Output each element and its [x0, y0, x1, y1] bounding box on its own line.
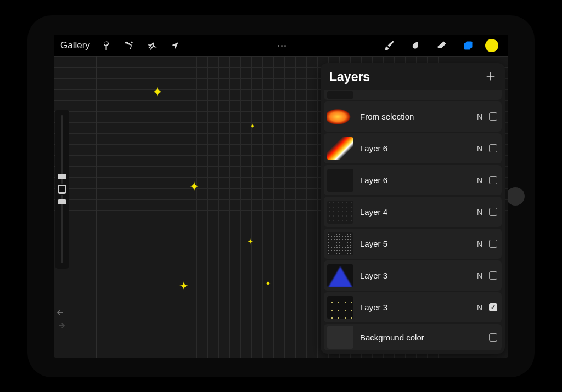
- layer-name: From selection: [360, 112, 475, 121]
- layer-name: Layer 5: [360, 239, 475, 248]
- layer-row[interactable]: Layer 3 N: [324, 292, 502, 322]
- layers-title: Layers: [329, 70, 370, 84]
- sparkle-icon: [187, 181, 201, 196]
- layers-list: From selection N Layer 6 N Layer 6 N: [321, 90, 505, 354]
- visibility-checkbox[interactable]: [489, 176, 497, 184]
- eraser-icon[interactable]: [432, 36, 451, 55]
- layer-row[interactable]: Layer 5 N: [324, 229, 502, 259]
- visibility-checkbox[interactable]: [489, 112, 497, 121]
- sparkle-icon: [249, 123, 256, 131]
- layer-name: Background color: [360, 333, 475, 342]
- layer-name: Layer 4: [360, 207, 475, 217]
- layer-thumbnail: [327, 91, 353, 99]
- layer-name: Layer 3: [360, 271, 475, 280]
- visibility-checkbox[interactable]: [489, 333, 497, 342]
- layer-thumbnail: [327, 296, 353, 319]
- blend-mode-letter[interactable]: N: [475, 303, 485, 312]
- layer-thumbnail: [327, 201, 353, 224]
- layer-row[interactable]: Layer 3 N: [324, 260, 502, 291]
- layer-thumbnail: [327, 326, 353, 349]
- visibility-checkbox[interactable]: [489, 208, 497, 216]
- top-toolbar: Gallery: [54, 35, 508, 56]
- brush-size-slider[interactable]: [61, 115, 63, 184]
- blend-mode-letter[interactable]: N: [475, 176, 485, 185]
- sparkle-icon: [246, 238, 255, 247]
- sparkle-icon: [150, 87, 165, 102]
- layer-thumbnail: [327, 105, 353, 128]
- blend-mode-letter[interactable]: N: [475, 144, 485, 153]
- modify-button[interactable]: [58, 185, 66, 194]
- redo-icon[interactable]: [56, 322, 66, 332]
- layer-row[interactable]: Layer 6 N: [324, 133, 502, 163]
- modify-menu-icon[interactable]: [274, 45, 290, 47]
- layer-row[interactable]: Layer 4 N: [324, 197, 502, 227]
- undo-icon[interactable]: [56, 309, 66, 319]
- blend-mode-letter[interactable]: N: [475, 271, 485, 280]
- color-swatch[interactable]: [485, 39, 498, 52]
- layer-row[interactable]: Layer 6 N: [324, 165, 502, 195]
- svg-point-1: [131, 42, 132, 43]
- slider-knob[interactable]: [58, 199, 66, 204]
- layer-name: Layer 6: [360, 144, 475, 153]
- sparkle-icon: [177, 281, 190, 294]
- app-screen: Gallery: [54, 35, 508, 358]
- visibility-checkbox[interactable]: [489, 271, 497, 280]
- layer-thumbnail: [327, 232, 353, 255]
- canvas-edge: [96, 56, 97, 358]
- visibility-checkbox[interactable]: [489, 303, 497, 311]
- layers-icon[interactable]: [459, 36, 477, 55]
- add-layer-icon[interactable]: [485, 71, 496, 84]
- wrench-icon[interactable]: [97, 36, 115, 55]
- blend-mode-letter[interactable]: N: [475, 240, 485, 248]
- visibility-checkbox[interactable]: [489, 240, 497, 248]
- transform-icon[interactable]: [166, 36, 184, 55]
- gallery-button[interactable]: Gallery: [60, 40, 90, 51]
- layer-row[interactable]: [324, 90, 502, 100]
- brush-icon[interactable]: [380, 36, 398, 55]
- layers-panel: Layers From selection N Layer 6: [321, 63, 505, 354]
- blend-mode-letter[interactable]: N: [475, 208, 485, 217]
- adjustments-icon[interactable]: [120, 36, 138, 55]
- layer-row-background[interactable]: Background color: [324, 324, 502, 350]
- layer-row[interactable]: From selection N: [324, 101, 502, 132]
- svg-rect-3: [466, 42, 473, 48]
- layer-name: Layer 3: [360, 303, 475, 312]
- selection-icon[interactable]: [143, 36, 161, 55]
- smudge-icon[interactable]: [406, 36, 425, 55]
- visibility-checkbox[interactable]: [489, 144, 497, 152]
- layer-thumbnail: [327, 169, 353, 192]
- layer-thumbnail: [327, 137, 353, 160]
- home-button[interactable]: [506, 187, 525, 206]
- side-slider-panel: [55, 110, 69, 269]
- tablet-frame: Gallery: [27, 15, 535, 377]
- svg-point-0: [125, 42, 126, 43]
- opacity-slider[interactable]: [61, 195, 63, 263]
- blend-mode-letter[interactable]: N: [475, 112, 485, 121]
- slider-knob[interactable]: [58, 174, 66, 179]
- layer-thumbnail: [327, 264, 353, 287]
- layer-name: Layer 6: [360, 175, 475, 185]
- sparkle-icon: [263, 280, 273, 289]
